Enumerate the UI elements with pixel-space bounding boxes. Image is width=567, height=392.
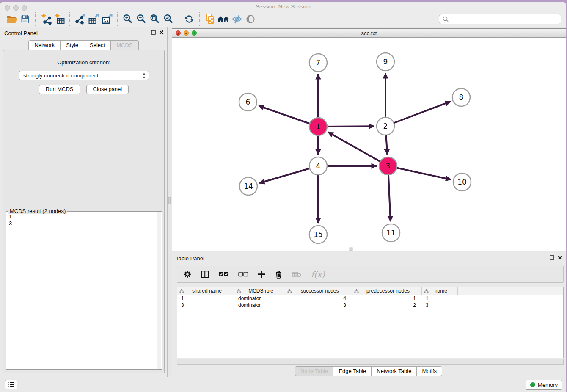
clone-network-button[interactable]	[203, 12, 217, 26]
table-tab-motifs[interactable]: Motifs	[416, 366, 442, 376]
network-graph[interactable]: 1234678910111415	[172, 38, 566, 251]
table-tab-network-table[interactable]: Network Table	[371, 366, 417, 376]
result-scrollbar[interactable]	[157, 212, 161, 369]
control-tab-mcds[interactable]: MCDS	[110, 40, 138, 50]
deselect-all-columns-icon[interactable]	[238, 272, 248, 277]
criterion-dropdown[interactable]: strongly connected component	[19, 71, 149, 80]
column-header[interactable]: successor nodes	[285, 287, 352, 295]
refresh-icon	[184, 14, 194, 24]
export-image-icon	[102, 13, 113, 25]
graph-edge-2-8[interactable]	[385, 102, 451, 126]
table-cell: dominator	[234, 302, 285, 309]
import-table-button[interactable]	[52, 12, 66, 26]
node-table[interactable]: shared nameMCDS rolesuccessor nodesprede…	[177, 287, 564, 358]
control-tab-network[interactable]: Network	[28, 40, 61, 50]
column-header[interactable]: name	[422, 287, 458, 295]
search-input[interactable]	[439, 14, 561, 24]
column-tree-icon	[354, 289, 359, 293]
select-all-columns-icon[interactable]	[219, 272, 228, 277]
network-window-title: scc.txt	[172, 30, 566, 36]
dropdown-stepper-icon	[142, 72, 146, 79]
mcds-tab-content: Optimization criterion: strongly connect…	[3, 50, 165, 373]
home-layout-button[interactable]	[217, 12, 230, 26]
graph-edge-3-10[interactable]	[388, 166, 451, 179]
graph-edge-1-6[interactable]	[259, 106, 318, 127]
control-tab-style[interactable]: Style	[60, 40, 84, 50]
split-panel-icon[interactable]	[201, 271, 209, 278]
app-window: Session: New Session	[0, 2, 566, 392]
close-panel-button[interactable]: Close panel	[86, 85, 129, 94]
open-folder-icon	[6, 14, 17, 24]
export-table-button[interactable]	[87, 12, 100, 26]
zoom-fit-button[interactable]	[148, 12, 162, 26]
zoom-in-button[interactable]	[121, 12, 135, 26]
close-panel-icon[interactable]	[159, 30, 164, 35]
show-details-button[interactable]	[244, 12, 257, 26]
zoom-selected-icon	[163, 14, 173, 24]
graph-node-label-14: 14	[244, 182, 253, 190]
float-panel-icon[interactable]	[151, 30, 156, 35]
graph-node-label-4: 4	[316, 162, 321, 170]
column-header[interactable]: MCDS role	[234, 287, 285, 295]
toolbar-separator	[199, 12, 200, 26]
export-table-icon	[88, 13, 99, 25]
table-body: 1dominator4113dominator323	[177, 295, 563, 309]
toolbar-separator	[35, 12, 36, 26]
column-header[interactable]: predecessor nodes	[352, 287, 422, 295]
table-header-row: shared nameMCDS rolesuccessor nodesprede…	[177, 287, 563, 295]
graph-node-label-10: 10	[457, 178, 467, 186]
table-settings-gear-icon[interactable]	[184, 271, 191, 278]
zoom-out-button[interactable]	[135, 12, 148, 26]
table-row[interactable]: 3dominator323	[177, 302, 563, 309]
task-history-button[interactable]	[5, 380, 17, 389]
column-tree-icon	[287, 289, 292, 293]
column-tree-icon	[179, 289, 184, 293]
zoom-out-icon	[136, 14, 146, 24]
table-cell: 2	[352, 302, 422, 309]
table-cell: 3	[177, 302, 234, 309]
graph-node-label-11: 11	[386, 229, 396, 237]
apply-layout-button[interactable]	[182, 12, 196, 26]
zoom-in-icon	[123, 14, 133, 24]
column-header[interactable]: shared name	[177, 287, 234, 295]
panel-splitter-handle[interactable]	[168, 197, 171, 204]
optimization-criterion-label: Optimization criterion:	[57, 59, 110, 66]
table-panel: Table Panel	[172, 252, 566, 377]
main-toolbar	[0, 11, 566, 27]
table-tab-edge-table[interactable]: Edge Table	[333, 366, 372, 376]
open-session-button[interactable]	[5, 12, 18, 26]
save-session-button[interactable]	[18, 12, 32, 26]
export-network-icon	[74, 13, 86, 25]
table-row[interactable]: 1dominator411	[177, 295, 563, 302]
houses-icon	[217, 14, 230, 24]
float-panel-icon[interactable]	[550, 255, 554, 260]
network-view-window: x – + scc.txt 1234678910111415	[172, 28, 566, 251]
run-mcds-button[interactable]: Run MCDS	[39, 85, 80, 94]
toolbar-separator	[69, 12, 70, 26]
add-column-icon[interactable]	[258, 271, 265, 278]
graph-node-label-8: 8	[459, 93, 464, 102]
table-tab-node-table[interactable]: Node Table	[295, 366, 334, 376]
memory-button[interactable]: Memory	[526, 380, 562, 390]
table-cell: 4	[285, 295, 352, 302]
export-image-button[interactable]	[100, 12, 114, 26]
table-tabs: Node TableEdge TableNetwork TableMotifs	[172, 366, 566, 376]
control-tab-select[interactable]: Select	[84, 40, 111, 50]
import-table-icon	[54, 13, 65, 25]
network-canvas[interactable]: 1234678910111415	[172, 38, 566, 251]
table-hscrollbar[interactable]	[177, 359, 564, 365]
control-panel-tabs: NetworkStyleSelectMCDS	[0, 40, 167, 50]
graph-edge-3-1[interactable]	[328, 132, 388, 166]
zoom-fit-icon	[150, 14, 160, 24]
network-window-titlebar[interactable]: x – + scc.txt	[172, 29, 566, 38]
canvas-divider-handle[interactable]	[350, 248, 352, 251]
memory-status-dot	[530, 382, 535, 387]
delete-trash-icon[interactable]	[275, 271, 282, 279]
zoom-selected-button[interactable]	[162, 12, 175, 26]
control-panel-header: Control Panel	[0, 27, 167, 38]
export-network-button[interactable]	[73, 12, 87, 26]
hide-details-button[interactable]	[230, 12, 244, 26]
close-panel-icon[interactable]	[558, 255, 562, 260]
column-tree-icon	[424, 289, 429, 293]
import-network-button[interactable]	[39, 12, 52, 26]
